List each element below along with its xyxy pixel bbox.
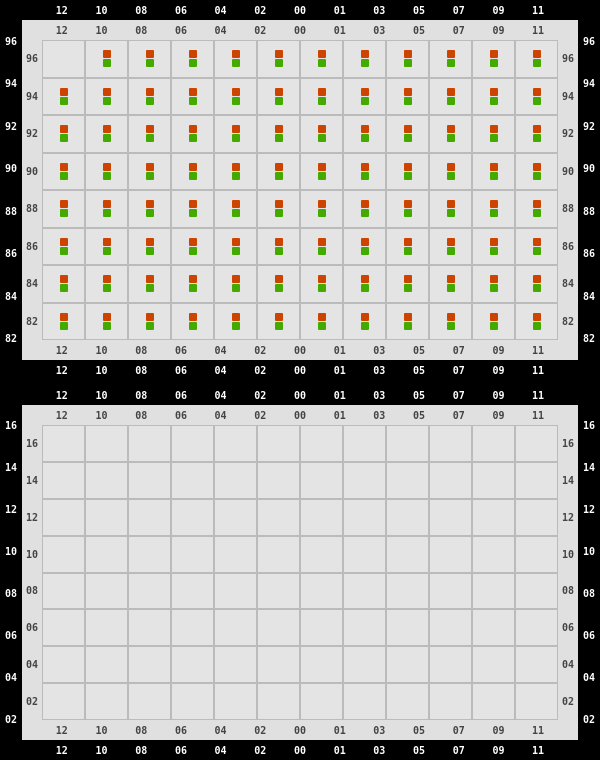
grid-cell: [171, 573, 214, 610]
x-label: 01: [320, 385, 360, 405]
y-label: 90: [22, 153, 42, 191]
dot-green: [404, 97, 412, 105]
grid-cell: [128, 499, 171, 536]
grid-cell: [85, 153, 128, 191]
x-label: 04: [201, 360, 241, 380]
dot-red: [232, 50, 240, 58]
x-label: 10: [82, 720, 122, 740]
x-label: 00: [280, 740, 320, 760]
grid-cell: [85, 78, 128, 116]
dot-green: [318, 322, 326, 330]
grid-cell: [42, 190, 85, 228]
x-label: 11: [518, 0, 558, 20]
grid-cell: [171, 228, 214, 266]
grid-cell: [300, 78, 343, 116]
y-label: 82: [558, 303, 578, 341]
dot-green: [447, 284, 455, 292]
y-label: 12: [578, 489, 600, 531]
dot-red: [318, 50, 326, 58]
x-label: 09: [479, 340, 519, 360]
top-y-axis-left: 9694929088868482: [0, 0, 22, 380]
grid-cell: [300, 190, 343, 228]
y-label: 84: [578, 275, 600, 318]
dot-green: [490, 322, 498, 330]
x-label: 10: [82, 0, 122, 20]
grid-cell: [171, 190, 214, 228]
dot-red: [275, 88, 283, 96]
grid-cell: [214, 573, 257, 610]
grid-cell: [515, 609, 558, 646]
y-label: 06: [578, 614, 600, 656]
grid-cell: [300, 265, 343, 303]
dot-red: [318, 200, 326, 208]
dot-red: [103, 88, 111, 96]
x-label: 09: [479, 20, 519, 40]
y-label: 16: [578, 405, 600, 447]
dot-red: [404, 200, 412, 208]
dot-red: [60, 125, 68, 133]
grid-cell: [128, 303, 171, 341]
dot-green: [232, 209, 240, 217]
dot-red: [189, 238, 197, 246]
dot-red: [490, 200, 498, 208]
y-label: 02: [22, 683, 42, 720]
x-label: 02: [240, 385, 280, 405]
y-label: 86: [22, 228, 42, 266]
x-label: 11: [518, 20, 558, 40]
y-label: 12: [22, 499, 42, 536]
y-label: 96: [578, 20, 600, 63]
grid-cell: [472, 190, 515, 228]
grid-cell: [386, 265, 429, 303]
y-label: 12: [0, 489, 22, 531]
grid-cell: [429, 609, 472, 646]
x-label: 02: [240, 360, 280, 380]
dot-red: [318, 88, 326, 96]
grid-cell: [300, 115, 343, 153]
grid-cell: [257, 78, 300, 116]
dot-green: [275, 209, 283, 217]
grid-cell: [257, 683, 300, 720]
grid-cell: [128, 190, 171, 228]
dot-red: [318, 125, 326, 133]
y-label: 02: [0, 698, 22, 740]
x-label: 05: [399, 360, 439, 380]
grid-cell: [257, 609, 300, 646]
dot-green: [189, 322, 197, 330]
grid-cell: [171, 609, 214, 646]
dot-green: [103, 97, 111, 105]
grid-cell: [42, 153, 85, 191]
grid-cell: [128, 265, 171, 303]
y-label: 84: [558, 265, 578, 303]
x-label: 03: [360, 405, 400, 425]
dot-green: [318, 172, 326, 180]
top-inner-x-top: 12100806040200010305070911: [22, 20, 578, 40]
x-label: 08: [121, 340, 161, 360]
dot-green: [103, 209, 111, 217]
x-label: 07: [439, 385, 479, 405]
dot-red: [275, 163, 283, 171]
y-label: 84: [0, 275, 22, 318]
dot-green: [533, 134, 541, 142]
grid-cell: [472, 462, 515, 499]
grid-cell: [257, 115, 300, 153]
dot-green: [146, 59, 154, 67]
grid-cell: [85, 499, 128, 536]
grid-cell: [128, 40, 171, 78]
x-label: 11: [518, 740, 558, 760]
x-label: 02: [240, 20, 280, 40]
y-label: 86: [0, 233, 22, 276]
dot-red: [146, 200, 154, 208]
grid-cell: [515, 153, 558, 191]
y-label: 06: [558, 609, 578, 646]
grid-cell: [343, 462, 386, 499]
grid-cell: [386, 303, 429, 341]
grid-cell: [257, 190, 300, 228]
dot-red: [60, 88, 68, 96]
bot-y-axis-left: 1614121008060402: [0, 385, 22, 760]
grid-cell: [214, 609, 257, 646]
grid-cell: [257, 425, 300, 462]
x-label: 03: [360, 740, 400, 760]
grid-cell: [214, 646, 257, 683]
dot-green: [60, 209, 68, 217]
dot-green: [189, 97, 197, 105]
